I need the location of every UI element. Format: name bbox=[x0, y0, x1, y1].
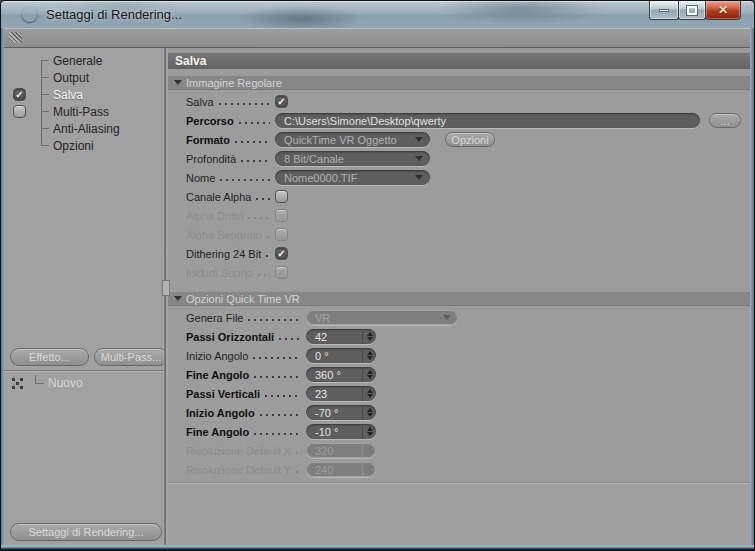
sidebar-item-label: Generale bbox=[53, 54, 102, 68]
dithering-checkbox[interactable]: ✓ bbox=[275, 247, 288, 260]
sidebar-item-label: Opzioni bbox=[53, 139, 94, 153]
multipass-target-icon bbox=[12, 378, 23, 389]
row-inizio-angolo-1: Inizio Angolo 0 ° bbox=[168, 346, 750, 365]
row-alpha-separato: Alpha Separato bbox=[168, 225, 750, 244]
panel-splitter[interactable] bbox=[164, 48, 168, 545]
dithering-label: Dithering 24 Bit bbox=[186, 248, 261, 260]
inizio-angolo-2-spinner[interactable]: -70 ° bbox=[306, 405, 376, 420]
spinner-arrows-icon[interactable] bbox=[362, 405, 376, 420]
dialog-client-area: Generale Output ✓ Salva Multi-Pass bbox=[4, 28, 750, 545]
spinner-arrows-icon[interactable] bbox=[362, 348, 376, 363]
drag-grip-icon[interactable] bbox=[9, 32, 22, 43]
chevron-down-icon bbox=[415, 156, 423, 161]
row-formato: Formato QuickTime VR Oggetto Opzioni bbox=[168, 130, 750, 149]
chevron-down-icon bbox=[415, 175, 423, 180]
nuovo-label: Nuovo bbox=[48, 376, 83, 390]
chevron-down-icon bbox=[443, 315, 451, 320]
window-controls: ✕ bbox=[650, 1, 741, 20]
canale-alpha-label: Canale Alpha bbox=[186, 191, 251, 203]
fine-angolo-2-spinner[interactable]: -10 ° bbox=[306, 424, 376, 439]
row-fine-angolo-1: Fine Angolo 360 ° bbox=[168, 365, 750, 384]
canale-alpha-checkbox[interactable] bbox=[275, 190, 288, 203]
minimize-button[interactable] bbox=[649, 1, 679, 20]
profondita-label: Profondità bbox=[186, 153, 236, 165]
multipass-list-item-nuovo[interactable]: Nuovo bbox=[4, 374, 164, 392]
alpha-dritto-checkbox bbox=[275, 209, 288, 222]
sidebar-item-generale[interactable]: Generale bbox=[4, 52, 164, 69]
section-opzioni-qtvr[interactable]: Opzioni Quick Time VR bbox=[168, 291, 750, 306]
sidebar-item-salva[interactable]: ✓ Salva bbox=[4, 86, 164, 103]
maximize-button[interactable] bbox=[678, 1, 706, 20]
formato-dropdown[interactable]: QuickTime VR Oggetto bbox=[275, 132, 430, 147]
inizio-angolo-1-spinner[interactable]: 0 ° bbox=[306, 348, 376, 363]
spinner-arrows-icon[interactable] bbox=[362, 424, 376, 439]
minimize-icon bbox=[659, 9, 669, 12]
sidebar-item-opzioni[interactable]: Opzioni bbox=[4, 137, 164, 154]
salva-settings-panel: Salva Immagine Regolare Salva ✓ Percorso… bbox=[168, 48, 750, 545]
panel-footer bbox=[168, 482, 750, 545]
format-options-button[interactable]: Opzioni bbox=[445, 132, 495, 147]
spinner-arrows-icon[interactable] bbox=[362, 329, 376, 344]
fine-angolo-1-spinner[interactable]: 360 ° bbox=[306, 367, 376, 382]
salva-checkbox[interactable]: ✓ bbox=[275, 95, 288, 108]
sidebar-divider bbox=[4, 370, 164, 372]
row-includi-suono: Includi Suono ✓ bbox=[168, 263, 750, 282]
risoluzione-y-spinner: 240 bbox=[306, 462, 376, 477]
row-percorso: Percorso ... bbox=[168, 111, 750, 130]
sidebar-item-output[interactable]: Output bbox=[4, 69, 164, 86]
effect-button[interactable]: Effetto... bbox=[10, 348, 89, 366]
passi-verticali-spinner[interactable]: 23 bbox=[306, 386, 376, 401]
page-title: Salva bbox=[168, 52, 750, 69]
percorso-input[interactable] bbox=[275, 113, 700, 128]
nome-dropdown[interactable]: Nome0000.TIF bbox=[275, 170, 430, 185]
salva-label: Salva bbox=[186, 96, 214, 108]
splitter-handle[interactable] bbox=[162, 280, 170, 296]
sidebar-item-label: Anti-Aliasing bbox=[53, 122, 120, 136]
toolbar bbox=[4, 28, 750, 48]
render-settings-window: Settaggi di Rendering... ✕ Generale bbox=[0, 0, 755, 551]
genera-file-label: Genera File bbox=[186, 312, 243, 324]
nome-label: Nome bbox=[186, 172, 215, 184]
spinner-arrows-icon[interactable] bbox=[362, 367, 376, 382]
fine-angolo-label: Fine Angolo bbox=[186, 426, 249, 438]
check-icon: ✓ bbox=[15, 89, 23, 99]
section-immagine-regolare[interactable]: Immagine Regolare bbox=[168, 75, 750, 90]
titlebar[interactable]: Settaggi di Rendering... ✕ bbox=[1, 1, 754, 28]
check-icon: ✓ bbox=[277, 267, 285, 277]
row-risoluzione-x: Risoluzione Default X 320 bbox=[168, 441, 750, 460]
row-risoluzione-y: Risoluzione Default Y 240 bbox=[168, 460, 750, 479]
spinner-arrows-icon[interactable] bbox=[362, 386, 376, 401]
maximize-icon bbox=[687, 6, 697, 15]
render-settings-button[interactable]: Settaggi di Rendering... bbox=[10, 523, 162, 541]
spinner-arrows-icon bbox=[362, 443, 376, 458]
row-passi-orizzontali: Passi Orizzontali 42 bbox=[168, 327, 750, 346]
row-profondita: Profondità 8 Bit/Canale bbox=[168, 149, 750, 168]
percorso-label: Percorso bbox=[186, 115, 234, 127]
salva-page-checkbox[interactable]: ✓ bbox=[13, 88, 26, 101]
profondita-dropdown[interactable]: 8 Bit/Canale bbox=[275, 151, 430, 166]
multipass-button[interactable]: Multi-Pass... bbox=[94, 348, 168, 366]
sidebar-item-label: Salva bbox=[53, 88, 83, 102]
settings-sidebar: Generale Output ✓ Salva Multi-Pass bbox=[4, 48, 164, 545]
includi-suono-label: Includi Suono bbox=[186, 267, 253, 279]
check-icon: ✓ bbox=[277, 96, 285, 106]
row-alpha-dritto: Alpha Dritto bbox=[168, 206, 750, 225]
sidebar-item-multipass[interactable]: Multi-Pass bbox=[4, 103, 164, 120]
sidebar-item-antialiasing[interactable]: Anti-Aliasing bbox=[4, 120, 164, 137]
sidebar-item-label: Multi-Pass bbox=[53, 105, 109, 119]
collapse-triangle-icon bbox=[174, 296, 182, 301]
row-genera-file: Genera File VR bbox=[168, 308, 750, 327]
row-passi-verticali: Passi Verticali 23 bbox=[168, 384, 750, 403]
settings-tree: Generale Output ✓ Salva Multi-Pass bbox=[4, 48, 164, 154]
inizio-angolo-label: Inizio Angolo bbox=[186, 350, 248, 362]
window-frame-bottom bbox=[1, 545, 754, 550]
passi-orizzontali-spinner[interactable]: 42 bbox=[306, 329, 376, 344]
multipass-page-checkbox[interactable] bbox=[13, 105, 26, 118]
close-button[interactable]: ✕ bbox=[705, 1, 741, 20]
row-dithering: Dithering 24 Bit ✓ bbox=[168, 244, 750, 263]
passi-verticali-label: Passi Verticali bbox=[186, 388, 260, 400]
browse-button[interactable]: ... bbox=[709, 113, 741, 128]
passi-orizzontali-label: Passi Orizzontali bbox=[186, 331, 274, 343]
row-fine-angolo-2: Fine Angolo -10 ° bbox=[168, 422, 750, 441]
row-salva: Salva ✓ bbox=[168, 92, 750, 111]
